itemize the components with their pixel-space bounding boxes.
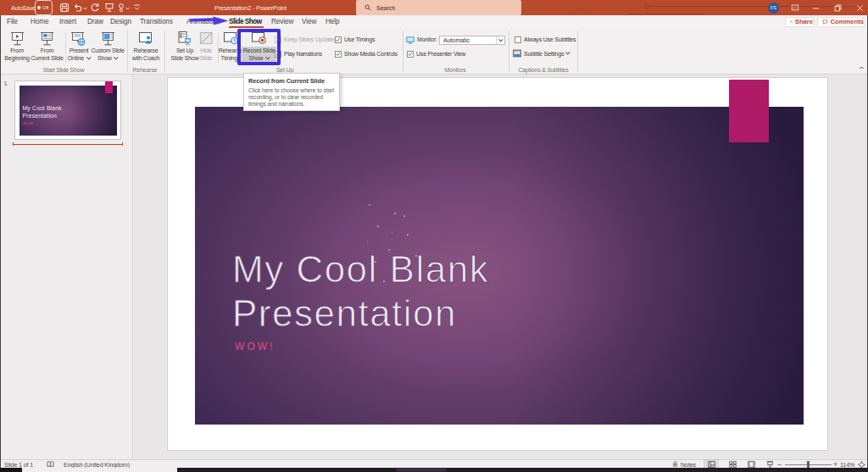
tab-help[interactable]: Help bbox=[326, 15, 339, 28]
window-left-border bbox=[0, 15, 1, 468]
restore-button[interactable] bbox=[829, 0, 846, 15]
custom-slide-show-label-2: Show bbox=[97, 55, 118, 63]
customize-qat-icon[interactable] bbox=[134, 4, 140, 11]
rehearse-with-coach-label-1: Rehearse bbox=[134, 47, 159, 55]
play-narrations-checkbox[interactable]: Play Narrations bbox=[275, 51, 322, 58]
record-qat-dropdown-icon[interactable] bbox=[125, 7, 130, 10]
slide-canvas[interactable]: My Cool Blank Presentation WOW! bbox=[168, 78, 827, 450]
annotation-box bbox=[237, 29, 281, 65]
avatar[interactable]: FS bbox=[768, 3, 779, 14]
subtitle-settings-button[interactable]: Subtitle Settings bbox=[513, 49, 570, 58]
monitor-icon bbox=[406, 36, 415, 44]
zoom-slider-thumb[interactable] bbox=[807, 461, 810, 468]
keep-slides-updated-checkbox[interactable]: Keep Slides Updated bbox=[275, 36, 337, 43]
slide-thumbnail[interactable]: My Cool Blank Presentation WOW! bbox=[15, 81, 120, 139]
screen-glyph bbox=[137, 31, 154, 48]
sparkle-dot bbox=[377, 225, 379, 227]
monitor-dropdown[interactable]: Automatic bbox=[439, 36, 505, 45]
group-label-captions: Captions & Subtitles bbox=[518, 67, 568, 73]
rehearse-with-coach-button[interactable]: Rehearse with Coach bbox=[130, 31, 162, 63]
ribbon-display-options-icon[interactable] bbox=[787, 0, 804, 15]
show-media-controls-checkbox[interactable]: Show Media Controls bbox=[335, 51, 398, 58]
screen-glyph bbox=[176, 31, 193, 48]
tab-draw[interactable]: Draw bbox=[87, 15, 103, 28]
custom-slide-show-button[interactable]: Custom Slide Show bbox=[91, 31, 125, 63]
set-up-slide-show-label-2: Slide Show bbox=[170, 55, 198, 63]
show-media-controls-checkbox-box bbox=[335, 51, 342, 58]
collapse-ribbon-icon[interactable]: ⌃ bbox=[858, 66, 866, 74]
undo-icon[interactable] bbox=[73, 3, 83, 13]
search-placeholder: Search bbox=[376, 4, 395, 12]
close-button[interactable] bbox=[851, 0, 868, 15]
sparkle-dot bbox=[407, 234, 409, 236]
slide-title[interactable]: My Cool Blank Presentation bbox=[232, 247, 489, 335]
checkmark-icon bbox=[336, 52, 341, 57]
start-presentation-icon[interactable] bbox=[104, 3, 114, 13]
thumbnail-accent-rect bbox=[105, 81, 113, 93]
tab-insert[interactable]: Insert bbox=[59, 15, 76, 28]
group-divider bbox=[164, 31, 165, 72]
monitor-dropdown-value: Automatic bbox=[443, 37, 496, 43]
hide-slide-label-2: Slide bbox=[200, 55, 213, 63]
chevron-down-icon bbox=[565, 50, 570, 54]
from-current-slide-label-1: From bbox=[41, 47, 54, 55]
from-beginning-button[interactable]: From Beginning bbox=[3, 31, 31, 63]
tab-transitions[interactable]: Transitions bbox=[140, 15, 173, 28]
sparkle-dot bbox=[392, 232, 392, 233]
comments-button[interactable]: Comments bbox=[817, 17, 865, 27]
share-button[interactable]: Share bbox=[785, 17, 814, 27]
use-presenter-view-label: Use Presenter View bbox=[416, 51, 465, 57]
slide-title-line1: My Cool Blank bbox=[232, 247, 489, 292]
present-online-button[interactable]: Present Online bbox=[68, 31, 90, 63]
divider bbox=[65, 32, 66, 63]
autosave-knob bbox=[37, 6, 42, 10]
rehearse-with-coach-icon bbox=[137, 31, 154, 47]
checkmark-icon bbox=[336, 37, 341, 42]
tooltip-body: Click here to choose where to start reco… bbox=[248, 87, 335, 108]
use-timings-checkbox-box bbox=[335, 36, 342, 43]
show-media-controls-label: Show Media Controls bbox=[344, 51, 398, 57]
group-label-start-slide-show: Start Slide Show bbox=[43, 67, 85, 73]
bottom-strip-right bbox=[177, 468, 868, 472]
autosave-toggle[interactable]: Off bbox=[35, 0, 53, 15]
save-icon[interactable] bbox=[59, 3, 70, 13]
group-divider bbox=[403, 31, 403, 72]
from-current-slide-label-2: Current Slide bbox=[31, 55, 63, 63]
undo-dropdown-icon[interactable] bbox=[83, 7, 87, 10]
minimize-button[interactable] bbox=[807, 0, 824, 15]
tab-view[interactable]: View bbox=[302, 15, 316, 28]
monitor-dropdown-chevron-icon bbox=[496, 36, 504, 44]
tab-review[interactable]: Review bbox=[271, 15, 293, 28]
group-divider bbox=[509, 31, 509, 72]
keep-slides-updated-label: Keep Slides Updated bbox=[284, 36, 337, 42]
custom-slide-show-label-text: Show bbox=[97, 55, 112, 61]
present-online-icon bbox=[70, 31, 88, 47]
book-icon bbox=[47, 461, 54, 468]
chevron-down-icon bbox=[114, 55, 119, 59]
projection-screen-glyph bbox=[39, 31, 55, 48]
group-label-set-up: Set Up bbox=[276, 67, 293, 73]
use-presenter-view-checkbox[interactable]: Use Presenter View bbox=[407, 51, 465, 58]
slide-subtitle[interactable]: WOW! bbox=[235, 341, 275, 353]
hide-slide-button[interactable]: Hide Slide bbox=[196, 31, 216, 63]
bottom-strip bbox=[0, 468, 868, 472]
autosave-label: AutoSave bbox=[11, 0, 36, 15]
use-timings-checkbox[interactable]: Use Timings bbox=[335, 36, 375, 43]
ribbon-display-options-glyph bbox=[791, 3, 799, 12]
tab-file[interactable]: File bbox=[7, 15, 18, 28]
subtitle-settings-icon bbox=[513, 49, 521, 58]
tab-home[interactable]: Home bbox=[31, 15, 48, 28]
tab-design[interactable]: Design bbox=[110, 15, 131, 28]
search-input[interactable]: Search bbox=[356, 0, 521, 15]
group-divider bbox=[577, 31, 578, 72]
thumbnail-subtitle: WOW! bbox=[23, 121, 34, 125]
from-current-slide-button[interactable]: From Current Slide bbox=[31, 31, 63, 63]
normal-view-icon bbox=[708, 461, 715, 468]
group-divider bbox=[127, 31, 128, 72]
sparkle-dot bbox=[367, 241, 368, 242]
redo-icon[interactable] bbox=[90, 3, 100, 13]
slide-number: 1 bbox=[4, 80, 8, 87]
slide-show-view-icon bbox=[766, 461, 774, 468]
sparkle-dot bbox=[369, 204, 370, 206]
always-use-subtitles-checkbox[interactable]: Always Use Subtitles bbox=[515, 36, 576, 43]
